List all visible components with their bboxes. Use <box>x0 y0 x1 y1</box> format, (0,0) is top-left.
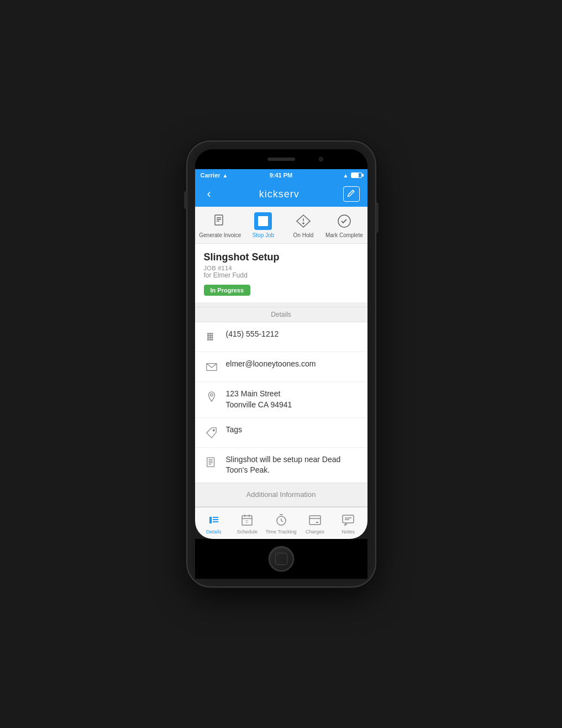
svg-point-23 <box>213 430 214 431</box>
svg-point-14 <box>211 335 212 336</box>
front-camera <box>319 157 323 161</box>
address-line2: Toonville CA 94941 <box>226 400 292 409</box>
tab-details[interactable]: Details <box>198 513 229 535</box>
svg-text:C: C <box>246 520 249 523</box>
location-pin-icon <box>204 389 219 405</box>
speaker-grille <box>267 158 295 161</box>
home-button-inner <box>275 553 287 565</box>
on-hold-icon <box>295 212 312 230</box>
status-right: ▲ <box>343 172 362 179</box>
email-icon <box>204 359 219 375</box>
invoice-icon <box>211 212 229 230</box>
wifi-icon: ▲ <box>223 172 228 179</box>
tab-schedule-label: Schedule <box>237 529 258 535</box>
notes-doc-icon <box>204 455 219 470</box>
tab-bar: Details C Schedule <box>195 507 367 539</box>
svg-point-20 <box>211 339 212 341</box>
status-time: 9:41 PM <box>270 172 293 179</box>
tab-details-label: Details <box>206 529 222 535</box>
battery-icon <box>351 172 362 178</box>
tab-notes-label: Notes <box>342 529 355 535</box>
generate-invoice-button[interactable]: Generate Invoice <box>199 212 241 239</box>
phone-screen: Carrier ▲ 9:41 PM ▲ ‹ kickserv <box>195 149 367 538</box>
stop-job-button[interactable]: Stop Job <box>245 212 281 239</box>
phone-icon <box>204 329 219 345</box>
svg-rect-24 <box>207 457 214 467</box>
tab-schedule[interactable]: C Schedule <box>232 513 262 535</box>
svg-point-9 <box>207 333 208 334</box>
stop-job-label: Stop Job <box>253 232 274 239</box>
address-text: 123 Main Street Toonville CA 94941 <box>226 389 292 410</box>
job-header-card: Slingshot Setup JOB #114 for Elmer Fudd … <box>195 244 367 302</box>
svg-rect-0 <box>215 215 223 225</box>
on-hold-label: On Hold <box>293 232 314 239</box>
details-section-header: Details <box>195 307 367 322</box>
charges-tab-icon <box>308 513 322 527</box>
tags-row: Tags <box>195 418 367 448</box>
tab-time-tracking-label: Time Tracking <box>265 529 296 535</box>
address-line1: 123 Main Street <box>226 389 281 398</box>
app-title: kickserv <box>259 188 300 200</box>
stop-job-icon <box>254 212 272 230</box>
on-hold-button[interactable]: On Hold <box>285 212 321 239</box>
phone-text: (415) 555-1212 <box>226 329 279 340</box>
carrier-label: Carrier <box>201 172 220 179</box>
mark-complete-label: Mark Complete <box>325 232 363 239</box>
location-icon: ▲ <box>343 172 349 179</box>
email-text: elmer@looneytoones.com <box>226 359 316 370</box>
additional-info-label: Additional Information <box>246 490 316 499</box>
battery-fill <box>351 173 359 177</box>
tab-time-tracking[interactable]: Time Tracking <box>265 513 296 535</box>
details-card: (415) 555-1212 elmer@looneytoones.com <box>195 322 367 482</box>
tab-notes[interactable]: Notes <box>333 513 364 535</box>
tab-charges[interactable]: Charges <box>300 513 330 535</box>
svg-rect-46 <box>343 515 354 523</box>
time-tracking-tab-icon <box>274 513 288 527</box>
details-tab-icon <box>207 513 221 527</box>
additional-information-section: Additional Information <box>195 483 367 507</box>
status-badge: In Progress <box>204 285 251 296</box>
phone-top-bar <box>195 149 367 169</box>
phone-bottom <box>195 539 367 579</box>
home-button[interactable] <box>269 546 294 572</box>
svg-line-36 <box>281 521 283 522</box>
schedule-tab-icon: C <box>240 513 254 527</box>
svg-point-19 <box>209 339 211 341</box>
job-title: Slingshot Setup <box>204 252 359 263</box>
notes-row: Slingshot will be setup near Dead Toon's… <box>195 448 367 483</box>
job-number: JOB #114 <box>204 265 359 271</box>
tab-charges-label: Charges <box>306 529 324 535</box>
notes-tab-icon <box>341 513 355 527</box>
svg-rect-38 <box>309 516 321 525</box>
svg-point-16 <box>209 337 211 338</box>
notes-text: Slingshot will be setup near Dead Toon's… <box>226 454 359 476</box>
phone-row: (415) 555-1212 <box>195 322 367 352</box>
email-row: elmer@looneytoones.com <box>195 352 367 382</box>
generate-invoice-label: Generate Invoice <box>199 232 241 239</box>
job-client: for Elmer Fudd <box>204 271 359 279</box>
svg-point-18 <box>207 339 208 341</box>
svg-point-10 <box>209 333 211 334</box>
svg-rect-4 <box>258 216 268 226</box>
svg-point-17 <box>211 337 212 338</box>
svg-point-12 <box>207 335 208 336</box>
nav-bar: ‹ kickserv <box>195 181 367 207</box>
edit-button[interactable] <box>343 186 360 202</box>
status-bar: Carrier ▲ 9:41 PM ▲ <box>195 169 367 181</box>
content-area: Slingshot Setup JOB #114 for Elmer Fudd … <box>195 244 367 506</box>
back-button[interactable]: ‹ <box>203 185 216 203</box>
svg-point-13 <box>209 335 211 336</box>
phone-frame: Carrier ▲ 9:41 PM ▲ ‹ kickserv <box>187 142 375 586</box>
status-left: Carrier ▲ <box>201 172 228 179</box>
tag-icon <box>204 425 219 441</box>
mark-complete-button[interactable]: Mark Complete <box>325 212 363 239</box>
svg-point-7 <box>303 223 304 224</box>
mark-complete-icon <box>335 212 353 230</box>
svg-point-11 <box>211 333 212 334</box>
action-toolbar: Generate Invoice Stop Job <box>195 207 367 244</box>
svg-point-22 <box>210 394 213 396</box>
tags-text: Tags <box>226 425 243 436</box>
svg-point-15 <box>207 337 208 338</box>
address-row: 123 Main Street Toonville CA 94941 <box>195 382 367 417</box>
